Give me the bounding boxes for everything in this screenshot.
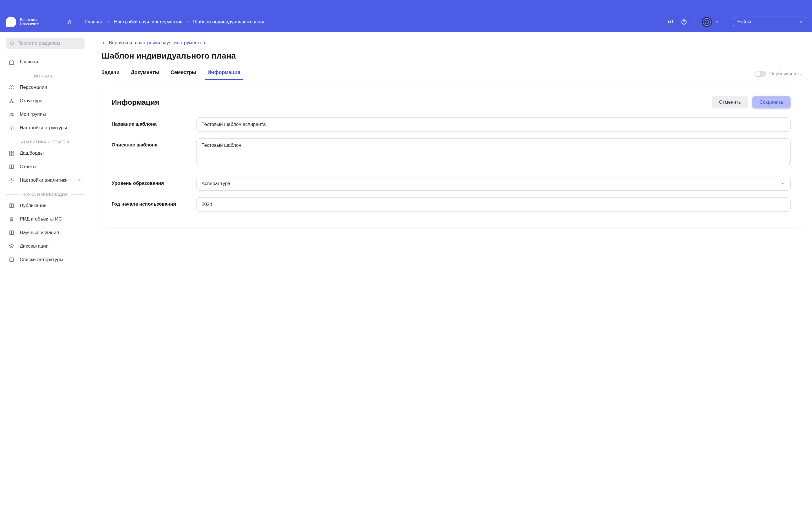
cancel-button[interactable]: Отменить: [712, 96, 748, 108]
sidebar-item-dashboards[interactable]: Дашборды: [6, 147, 85, 160]
svg-rect-21: [10, 151, 11, 153]
breadcrumb: Главная › Настройки науч. инструментов ›…: [85, 19, 667, 25]
svg-point-6: [672, 20, 673, 21]
label-education-level: Уровень образования: [112, 177, 188, 186]
sidebar-item-dissertations[interactable]: Диссертации: [6, 239, 85, 253]
avatar: [701, 16, 712, 27]
book-icon: [8, 203, 15, 209]
gear-icon: [8, 177, 15, 183]
cap-icon: [8, 243, 15, 249]
sidebar-item-rid[interactable]: РИД и объекты ИС: [6, 212, 85, 226]
sidebar-item-structure-settings[interactable]: Настройки структуры: [6, 121, 85, 135]
pin-button[interactable]: [65, 17, 74, 26]
sidebar-item-reports[interactable]: Отчеты: [6, 160, 85, 173]
sidebar-item-bibliographies[interactable]: Списки литературы: [6, 253, 85, 267]
logo-text: Sechenov University: [20, 18, 39, 26]
publish-toggle-wrap: Опубликовать: [755, 71, 801, 77]
svg-rect-22: [12, 151, 14, 152]
chevron-right-icon: ›: [108, 19, 110, 25]
label-template-name: Название шаблона: [112, 117, 188, 127]
global-search[interactable]: [733, 17, 806, 27]
users-icon: [8, 84, 15, 91]
publish-toggle[interactable]: [755, 71, 766, 77]
sidebar-item-home[interactable]: Главная: [6, 55, 85, 69]
breadcrumb-item-home[interactable]: Главная: [85, 19, 103, 25]
breadcrumb-item-current: Шаблон индивидуального плана: [193, 19, 266, 25]
svg-point-5: [670, 22, 671, 23]
logo-icon: [6, 17, 16, 27]
sidebar-item-structure[interactable]: Структура: [6, 94, 85, 108]
sidebar-item-label: Списки литературы: [20, 257, 63, 263]
home-icon: [8, 59, 15, 65]
sidebar-section-analytics: АНАЛИТИКА И ОТЧЕТЫ: [6, 135, 85, 147]
sidebar-item-publications[interactable]: Публикации: [6, 199, 85, 212]
page-title: Шаблон индивидуального плана: [101, 51, 801, 61]
search-icon: [10, 41, 15, 46]
label-template-desc: Описание шаблона: [112, 138, 188, 148]
sidebar-item-personnel[interactable]: Персоналии: [6, 80, 85, 94]
tabs: Задачи Документы Семестры Информация: [101, 67, 241, 80]
svg-point-13: [10, 86, 11, 87]
logo[interactable]: Sechenov University: [6, 17, 65, 27]
save-button[interactable]: Сохранить: [752, 96, 791, 108]
svg-rect-24: [10, 154, 11, 156]
settings-button[interactable]: [667, 18, 674, 25]
sidebar-item-label: Структура: [20, 98, 43, 104]
back-link[interactable]: Вернуться в настройки науч. инструментов: [101, 40, 205, 46]
publish-label: Опубликовать: [769, 71, 801, 76]
book-icon: [8, 230, 15, 236]
main-content: Вернуться в настройки науч. инструментов…: [90, 32, 812, 507]
svg-point-16: [10, 102, 10, 103]
svg-line-12: [13, 44, 14, 45]
sidebar-item-analytics-settings[interactable]: Настройки аналитики: [6, 173, 85, 187]
label-start-year: Год начала использования: [112, 198, 188, 207]
topbar: Sechenov University Главная › Настройки …: [0, 0, 812, 32]
book-icon: [8, 164, 15, 170]
svg-point-9: [800, 21, 802, 22]
gear-icon: [8, 125, 15, 131]
help-icon: [681, 19, 687, 25]
global-search-input[interactable]: [737, 19, 797, 25]
sidebar-item-label: РИД и объекты ИС: [20, 216, 62, 222]
svg-point-15: [11, 99, 12, 100]
help-button[interactable]: [680, 18, 688, 25]
pin-icon: [67, 19, 72, 24]
template-desc-textarea[interactable]: [196, 138, 791, 164]
chevron-left-icon: [101, 41, 106, 45]
sidebar-item-label: Мои группы: [20, 112, 46, 117]
sidebar-item-label: Диссертации: [20, 243, 49, 249]
svg-point-26: [10, 217, 13, 219]
breadcrumb-item-settings[interactable]: Настройки науч. инструментов: [114, 19, 183, 25]
education-level-select[interactable]: Аспирантура: [196, 177, 791, 191]
search-icon: [800, 19, 802, 24]
svg-point-18: [10, 113, 11, 114]
divider: [726, 17, 726, 27]
user-menu[interactable]: [701, 16, 719, 27]
sliders-icon: [668, 19, 673, 25]
sidebar-search-input[interactable]: [17, 41, 81, 46]
tab-tasks[interactable]: Задачи: [101, 67, 119, 80]
sidebar: Главная ИНТРАНЕТ Персоналии Структура Мо…: [0, 32, 90, 507]
sidebar-search[interactable]: [6, 38, 85, 49]
template-name-input[interactable]: [196, 117, 791, 131]
sidebar-item-journals[interactable]: Научные издания: [6, 226, 85, 239]
sidebar-item-label: Настройки структуры: [20, 125, 67, 131]
divider: [694, 17, 695, 27]
sidebar-item-label: Научные издания: [20, 230, 59, 235]
network-icon: [8, 98, 15, 104]
sidebar-item-label: Главная: [20, 59, 38, 65]
tab-documents[interactable]: Документы: [131, 67, 159, 80]
svg-point-19: [12, 114, 13, 114]
chevron-right-icon: ›: [187, 19, 189, 25]
card-title: Информация: [112, 98, 159, 107]
sidebar-item-groups[interactable]: Мои группы: [6, 108, 85, 121]
svg-line-10: [801, 22, 802, 23]
svg-point-25: [11, 180, 12, 181]
tab-information[interactable]: Информация: [207, 67, 241, 80]
start-year-input[interactable]: [196, 198, 791, 212]
tab-semesters[interactable]: Семестры: [170, 67, 196, 80]
sidebar-section-intranet: ИНТРАНЕТ: [6, 69, 85, 80]
sidebar-item-label: Отчеты: [20, 164, 36, 170]
svg-point-17: [12, 102, 13, 103]
chevron-down-icon: [77, 178, 82, 182]
